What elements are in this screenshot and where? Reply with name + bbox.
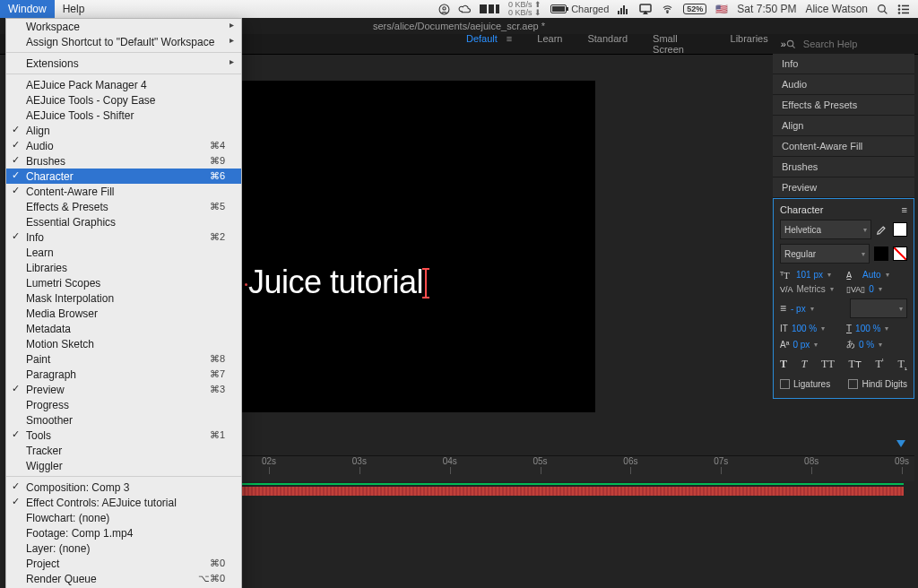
help-search[interactable] — [786, 38, 909, 50]
menu-item[interactable]: Footage: Comp 1.mp4 — [6, 525, 241, 540]
menu-item[interactable]: Workspace — [6, 19, 241, 34]
baseline-shift-field[interactable]: Aª 0 px▾ — [780, 338, 841, 350]
superscript-toggle[interactable]: T¹ — [875, 358, 883, 372]
wifi-icon[interactable] — [661, 4, 674, 14]
stroke-width-field[interactable]: - px▾ — [791, 304, 814, 314]
panel-preview[interactable]: Preview — [773, 177, 914, 198]
menu-item-label: Essential Graphics — [26, 216, 116, 229]
panel-align[interactable]: Align — [773, 116, 914, 136]
font-size-field[interactable]: ᵀT 101 px▾ — [780, 269, 841, 280]
menu-item[interactable]: Preview⌘3 — [6, 382, 241, 397]
menu-item[interactable]: AEJuice Tools - Shifter — [6, 108, 241, 123]
playhead-icon[interactable] — [896, 440, 905, 447]
italic-toggle[interactable]: T — [801, 358, 808, 372]
menu-item[interactable]: Mask Interpolation — [6, 290, 241, 306]
kerning-field[interactable]: V/A Metrics▾ — [780, 284, 841, 294]
workspace-smallscreen[interactable]: Small Screen — [653, 33, 705, 55]
menu-item[interactable]: Metadata — [6, 321, 241, 336]
timeline-panel[interactable]: 02s03s04s05s06s07s08s09s — [242, 455, 914, 588]
subscript-toggle[interactable]: T₁ — [898, 358, 907, 372]
leading-field[interactable]: A̲ Auto▾ — [846, 269, 907, 280]
workspace-learn[interactable]: Learn — [537, 33, 562, 55]
cloud-sync-icon[interactable] — [458, 4, 472, 15]
menu-item[interactable]: Extensions — [6, 56, 241, 71]
smallcaps-toggle[interactable]: Tᴛ — [848, 358, 861, 372]
stroke-color-swatch[interactable] — [874, 246, 888, 261]
window-menu-dropdown[interactable]: WorkspaceAssign Shortcut to "Default" Wo… — [5, 18, 242, 588]
workspace-libraries[interactable]: Libraries — [731, 33, 768, 55]
ligatures-checkbox[interactable]: Ligatures — [780, 379, 830, 389]
vertical-scale-field[interactable]: IT 100 %▾ — [780, 324, 841, 333]
menu-item[interactable]: AEJuice Pack Manager 4 — [6, 77, 241, 92]
timeline-ruler[interactable]: 02s03s04s05s06s07s08s09s — [242, 456, 914, 481]
tsume-field[interactable]: あ 0 %▾ — [846, 338, 907, 350]
panel-effects[interactable]: Effects & Presets — [773, 95, 914, 116]
menu-item[interactable]: Paragraph⌘7 — [6, 367, 241, 382]
panel-info[interactable]: Info — [773, 54, 914, 74]
bold-toggle[interactable]: T — [780, 358, 787, 372]
menu-item[interactable]: Lumetri Scopes — [6, 275, 241, 290]
airplay-icon[interactable] — [639, 4, 652, 14]
menubar-user[interactable]: Alice Watson — [805, 3, 868, 15]
menu-item[interactable]: Character⌘6 — [6, 169, 241, 184]
menu-item[interactable]: Flowchart: (none) — [6, 510, 241, 525]
menu-item[interactable]: Effects & Presets⌘5 — [6, 199, 241, 214]
menu-item[interactable]: Tracker — [6, 443, 241, 458]
menu-item[interactable]: Media Browser — [6, 306, 241, 321]
panel-audio[interactable]: Audio — [773, 74, 914, 95]
menu-item[interactable]: Render Queue⌥⌘0 — [6, 571, 241, 586]
menu-item[interactable]: Tools⌘1 — [6, 428, 241, 443]
flag-icon[interactable]: 🇺🇸 — [715, 4, 728, 15]
menu-item[interactable]: Essential Graphics — [6, 214, 241, 229]
composition-preview[interactable]: Juice tutorial — [242, 81, 595, 412]
stroke-style-select[interactable]: ▾ — [850, 298, 907, 318]
font-family-select[interactable]: Helvetica▾ — [780, 220, 871, 239]
menu-item[interactable]: Effect Controls: AEJuice tutorial — [6, 495, 241, 510]
font-style-select[interactable]: Regular▾ — [780, 244, 870, 264]
menu-item[interactable]: Wiggler — [6, 458, 241, 473]
panel-brushes[interactable]: Brushes — [773, 157, 914, 177]
help-search-input[interactable] — [801, 38, 904, 50]
panel-caf[interactable]: Content-Aware Fill — [773, 136, 914, 157]
timeline-track[interactable] — [242, 483, 914, 492]
workspace-standard[interactable]: Standard — [587, 33, 628, 55]
menu-item[interactable]: Motion Sketch — [6, 336, 241, 351]
search-icon — [786, 39, 796, 49]
user-circle-icon[interactable] — [438, 4, 450, 15]
menu-item[interactable]: Align — [6, 123, 241, 138]
hindi-digits-checkbox[interactable]: Hindi Digits — [848, 379, 907, 389]
menu-item-label: Align — [26, 125, 50, 137]
menu-item[interactable]: Audio⌘4 — [6, 138, 241, 153]
menu-item[interactable]: Assign Shortcut to "Default" Workspace — [6, 34, 241, 49]
list-icon[interactable] — [897, 4, 909, 14]
menu-item[interactable]: Progress — [6, 397, 241, 412]
menu-item[interactable]: Content-Aware Fill — [6, 184, 241, 199]
menu-item[interactable]: Learn — [6, 245, 241, 260]
menu-item[interactable]: Info⌘2 — [6, 229, 241, 245]
menu-item[interactable]: AEJuice Tools - Copy Ease — [6, 92, 241, 108]
panel-menu-icon[interactable]: ≡ — [902, 204, 907, 215]
eyedropper-icon[interactable] — [876, 223, 888, 236]
menu-item[interactable]: Composition: Comp 3 — [6, 480, 241, 495]
menu-item[interactable]: Brushes⌘9 — [6, 153, 241, 169]
menu-item[interactable]: Libraries — [6, 260, 241, 275]
menu-item[interactable]: Layer: (none) — [6, 540, 241, 556]
battery-percent-icon[interactable]: 52% — [683, 4, 706, 14]
allcaps-toggle[interactable]: TT — [821, 358, 835, 372]
horizontal-scale-field[interactable]: T 100 %▾ — [846, 324, 907, 333]
workspace-menu-icon[interactable]: ≡ — [507, 33, 512, 55]
menumeter-icon[interactable] — [618, 4, 630, 14]
menu-item[interactable]: Smoother — [6, 412, 241, 428]
workspace-default[interactable]: Default — [466, 33, 498, 55]
menu-item[interactable]: Paint⌘8 — [6, 351, 241, 367]
tracking-field[interactable]: ▯VA▯ 0▾ — [846, 284, 907, 294]
fill-color-swatch[interactable] — [893, 222, 907, 237]
spotlight-icon[interactable] — [877, 4, 888, 15]
menubar-window[interactable]: Window — [0, 0, 55, 18]
battery-icon[interactable]: Charged — [550, 4, 609, 14]
menubar-clock[interactable]: Sat 7:50 PM — [737, 3, 796, 15]
menu-item[interactable]: Project⌘0 — [6, 556, 241, 571]
stroke-none-swatch[interactable] — [893, 246, 907, 261]
menubar-help[interactable]: Help — [55, 0, 93, 18]
display-arrangement-icon[interactable] — [480, 4, 499, 14]
